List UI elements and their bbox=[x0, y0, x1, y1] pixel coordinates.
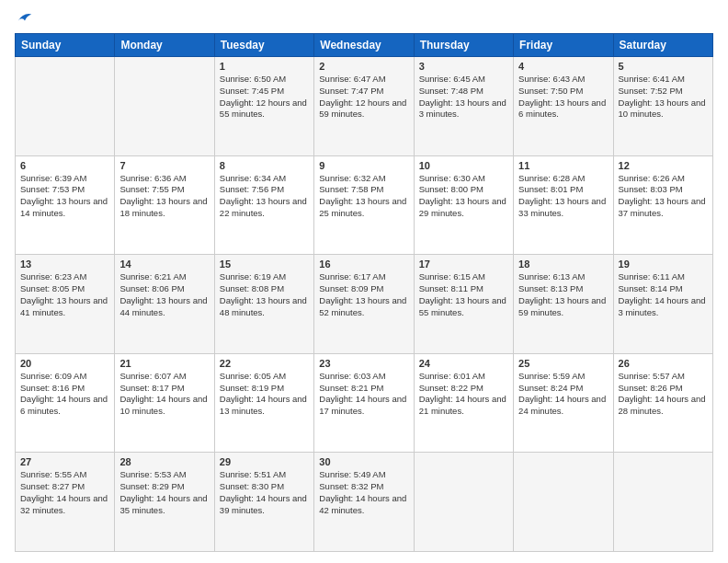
calendar-cell bbox=[414, 453, 513, 552]
calendar-cell: 14Sunrise: 6:21 AM Sunset: 8:06 PM Dayli… bbox=[115, 255, 214, 354]
day-number: 24 bbox=[419, 358, 508, 369]
day-info: Sunrise: 6:39 AM Sunset: 7:53 PM Dayligh… bbox=[20, 173, 109, 220]
calendar-cell: 12Sunrise: 6:26 AM Sunset: 8:03 PM Dayli… bbox=[613, 155, 712, 255]
day-info: Sunrise: 6:32 AM Sunset: 7:58 PM Dayligh… bbox=[319, 173, 408, 220]
day-number: 23 bbox=[319, 358, 408, 369]
calendar-cell: 19Sunrise: 6:11 AM Sunset: 8:14 PM Dayli… bbox=[613, 255, 712, 354]
day-number: 28 bbox=[119, 456, 209, 467]
calendar-cell: 24Sunrise: 6:01 AM Sunset: 8:22 PM Dayli… bbox=[414, 353, 513, 453]
calendar-cell: 29Sunrise: 5:51 AM Sunset: 8:30 PM Dayli… bbox=[214, 453, 313, 552]
calendar-cell: 3Sunrise: 6:45 AM Sunset: 7:48 PM Daylig… bbox=[414, 57, 513, 156]
day-number: 9 bbox=[319, 160, 408, 171]
header-sunday: Sunday bbox=[16, 34, 115, 57]
logo-text bbox=[15, 11, 33, 26]
calendar-cell: 1Sunrise: 6:50 AM Sunset: 7:45 PM Daylig… bbox=[214, 57, 313, 156]
calendar-cell: 25Sunrise: 5:59 AM Sunset: 8:24 PM Dayli… bbox=[514, 353, 613, 453]
calendar-cell: 17Sunrise: 6:15 AM Sunset: 8:11 PM Dayli… bbox=[414, 255, 513, 354]
day-info: Sunrise: 5:49 AM Sunset: 8:32 PM Dayligh… bbox=[319, 469, 408, 516]
day-number: 7 bbox=[119, 160, 209, 171]
day-number: 4 bbox=[518, 61, 608, 72]
calendar-cell: 27Sunrise: 5:55 AM Sunset: 8:27 PM Dayli… bbox=[16, 453, 115, 552]
day-info: Sunrise: 6:36 AM Sunset: 7:55 PM Dayligh… bbox=[119, 173, 209, 220]
calendar-cell: 18Sunrise: 6:13 AM Sunset: 8:13 PM Dayli… bbox=[514, 255, 613, 354]
day-info: Sunrise: 5:51 AM Sunset: 8:30 PM Dayligh… bbox=[220, 469, 309, 516]
day-info: Sunrise: 5:55 AM Sunset: 8:27 PM Dayligh… bbox=[20, 469, 109, 516]
day-info: Sunrise: 6:15 AM Sunset: 8:11 PM Dayligh… bbox=[419, 271, 508, 318]
calendar-cell bbox=[514, 453, 613, 552]
calendar-cell bbox=[613, 453, 712, 552]
day-info: Sunrise: 6:13 AM Sunset: 8:13 PM Dayligh… bbox=[518, 271, 608, 318]
calendar-cell: 28Sunrise: 5:53 AM Sunset: 8:29 PM Dayli… bbox=[115, 453, 214, 552]
weekday-header-row: Sunday Monday Tuesday Wednesday Thursday… bbox=[16, 34, 713, 57]
calendar-cell: 11Sunrise: 6:28 AM Sunset: 8:01 PM Dayli… bbox=[514, 155, 613, 255]
day-number: 8 bbox=[220, 160, 309, 171]
day-info: Sunrise: 6:01 AM Sunset: 8:22 PM Dayligh… bbox=[419, 371, 508, 418]
header-wednesday: Wednesday bbox=[314, 34, 414, 57]
day-number: 17 bbox=[419, 259, 508, 270]
day-info: Sunrise: 6:07 AM Sunset: 8:17 PM Dayligh… bbox=[119, 371, 209, 418]
calendar-cell: 30Sunrise: 5:49 AM Sunset: 8:32 PM Dayli… bbox=[314, 453, 414, 552]
header-thursday: Thursday bbox=[414, 34, 513, 57]
day-info: Sunrise: 6:03 AM Sunset: 8:21 PM Dayligh… bbox=[319, 371, 408, 418]
calendar-cell: 5Sunrise: 6:41 AM Sunset: 7:52 PM Daylig… bbox=[613, 57, 712, 156]
day-info: Sunrise: 6:17 AM Sunset: 8:09 PM Dayligh… bbox=[319, 271, 408, 318]
day-number: 25 bbox=[518, 358, 608, 369]
calendar-row: 27Sunrise: 5:55 AM Sunset: 8:27 PM Dayli… bbox=[16, 453, 713, 552]
calendar-row: 1Sunrise: 6:50 AM Sunset: 7:45 PM Daylig… bbox=[16, 57, 713, 156]
header bbox=[15, 11, 713, 26]
day-info: Sunrise: 6:05 AM Sunset: 8:19 PM Dayligh… bbox=[220, 371, 309, 418]
day-number: 22 bbox=[220, 358, 309, 369]
calendar-row: 20Sunrise: 6:09 AM Sunset: 8:16 PM Dayli… bbox=[16, 353, 713, 453]
day-info: Sunrise: 5:59 AM Sunset: 8:24 PM Dayligh… bbox=[518, 371, 608, 418]
day-info: Sunrise: 6:45 AM Sunset: 7:48 PM Dayligh… bbox=[419, 74, 508, 121]
day-number: 15 bbox=[220, 259, 309, 270]
calendar-cell: 2Sunrise: 6:47 AM Sunset: 7:47 PM Daylig… bbox=[314, 57, 414, 156]
calendar-cell: 26Sunrise: 5:57 AM Sunset: 8:26 PM Dayli… bbox=[613, 353, 712, 453]
header-tuesday: Tuesday bbox=[214, 34, 313, 57]
day-number: 20 bbox=[20, 358, 109, 369]
day-number: 27 bbox=[20, 456, 109, 467]
day-info: Sunrise: 6:28 AM Sunset: 8:01 PM Dayligh… bbox=[518, 173, 608, 220]
day-number: 14 bbox=[119, 259, 209, 270]
day-number: 26 bbox=[619, 358, 708, 369]
calendar-cell: 6Sunrise: 6:39 AM Sunset: 7:53 PM Daylig… bbox=[16, 155, 115, 255]
day-number: 16 bbox=[319, 259, 408, 270]
day-info: Sunrise: 6:47 AM Sunset: 7:47 PM Dayligh… bbox=[319, 74, 408, 121]
day-info: Sunrise: 5:57 AM Sunset: 8:26 PM Dayligh… bbox=[619, 371, 708, 418]
day-number: 3 bbox=[419, 61, 508, 72]
calendar-cell: 9Sunrise: 6:32 AM Sunset: 7:58 PM Daylig… bbox=[314, 155, 414, 255]
day-info: Sunrise: 6:23 AM Sunset: 8:05 PM Dayligh… bbox=[20, 271, 109, 318]
day-number: 10 bbox=[419, 160, 508, 171]
calendar-cell bbox=[115, 57, 214, 156]
day-info: Sunrise: 6:34 AM Sunset: 7:56 PM Dayligh… bbox=[220, 173, 309, 220]
calendar-cell: 10Sunrise: 6:30 AM Sunset: 8:00 PM Dayli… bbox=[414, 155, 513, 255]
day-number: 2 bbox=[319, 61, 408, 72]
calendar: Sunday Monday Tuesday Wednesday Thursday… bbox=[15, 33, 713, 552]
day-number: 6 bbox=[20, 160, 109, 171]
header-saturday: Saturday bbox=[613, 34, 712, 57]
day-info: Sunrise: 5:53 AM Sunset: 8:29 PM Dayligh… bbox=[119, 469, 209, 516]
day-number: 18 bbox=[518, 259, 608, 270]
day-number: 12 bbox=[619, 160, 708, 171]
day-info: Sunrise: 6:21 AM Sunset: 8:06 PM Dayligh… bbox=[119, 271, 209, 318]
day-info: Sunrise: 6:19 AM Sunset: 8:08 PM Dayligh… bbox=[220, 271, 309, 318]
calendar-row: 6Sunrise: 6:39 AM Sunset: 7:53 PM Daylig… bbox=[16, 155, 713, 255]
day-number: 5 bbox=[619, 61, 708, 72]
day-number: 13 bbox=[20, 259, 109, 270]
calendar-cell: 8Sunrise: 6:34 AM Sunset: 7:56 PM Daylig… bbox=[214, 155, 313, 255]
day-number: 11 bbox=[518, 160, 608, 171]
day-number: 19 bbox=[619, 259, 708, 270]
day-info: Sunrise: 6:43 AM Sunset: 7:50 PM Dayligh… bbox=[518, 74, 608, 121]
day-info: Sunrise: 6:11 AM Sunset: 8:14 PM Dayligh… bbox=[619, 271, 708, 318]
calendar-cell: 16Sunrise: 6:17 AM Sunset: 8:09 PM Dayli… bbox=[314, 255, 414, 354]
day-number: 30 bbox=[319, 456, 408, 467]
header-friday: Friday bbox=[514, 34, 613, 57]
calendar-cell: 4Sunrise: 6:43 AM Sunset: 7:50 PM Daylig… bbox=[514, 57, 613, 156]
day-info: Sunrise: 6:09 AM Sunset: 8:16 PM Dayligh… bbox=[20, 371, 109, 418]
logo bbox=[15, 11, 33, 26]
day-info: Sunrise: 6:41 AM Sunset: 7:52 PM Dayligh… bbox=[619, 74, 708, 121]
header-monday: Monday bbox=[115, 34, 214, 57]
day-info: Sunrise: 6:26 AM Sunset: 8:03 PM Dayligh… bbox=[619, 173, 708, 220]
day-info: Sunrise: 6:50 AM Sunset: 7:45 PM Dayligh… bbox=[220, 74, 309, 121]
day-info: Sunrise: 6:30 AM Sunset: 8:00 PM Dayligh… bbox=[419, 173, 508, 220]
